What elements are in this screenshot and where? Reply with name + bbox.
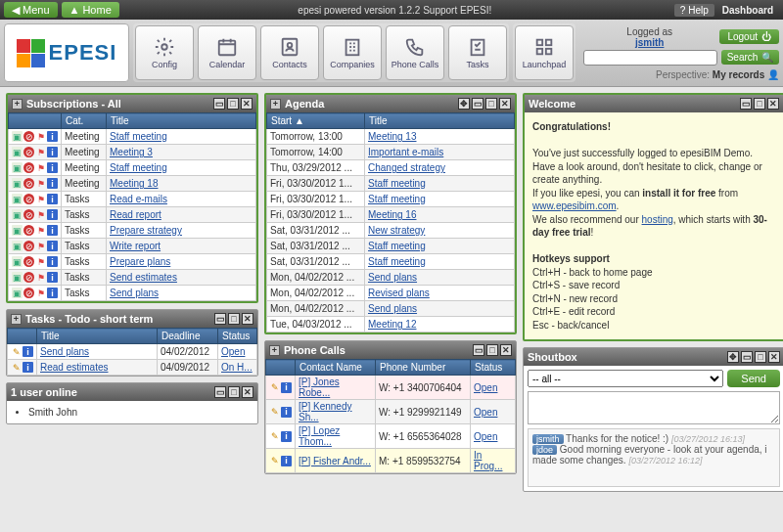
shout-textarea[interactable]: [528, 391, 780, 424]
info-icon[interactable]: i: [47, 178, 58, 189]
close-icon[interactable]: ✕: [242, 386, 253, 398]
info-icon[interactable]: i: [281, 431, 292, 442]
table-row[interactable]: Tomorrow, 13:00Meeting 13: [267, 129, 515, 145]
send-button[interactable]: Send: [727, 370, 780, 387]
flag-icon[interactable]: ⚑: [35, 147, 46, 157]
table-row[interactable]: Fri, 03/30/2012 1...Staff meeting: [267, 176, 515, 192]
expand-icon[interactable]: +: [270, 99, 281, 110]
table-row[interactable]: ▣⊘⚑iMeetingStaff meeting: [9, 129, 256, 145]
tool-calendar[interactable]: Calendar: [198, 25, 256, 80]
info-icon[interactable]: i: [47, 241, 58, 251]
minimize-icon[interactable]: ▭: [472, 98, 484, 110]
info-icon[interactable]: i: [47, 194, 58, 204]
close-icon[interactable]: ✕: [767, 98, 779, 110]
flag-icon[interactable]: ⚑: [35, 209, 46, 220]
table-row[interactable]: ▣⊘⚑iMeetingStaff meeting: [9, 160, 256, 176]
info-icon[interactable]: i: [47, 225, 58, 236]
close-icon[interactable]: ✕: [500, 344, 512, 356]
flag-icon[interactable]: ⚑: [35, 162, 46, 173]
shout-recipient-select[interactable]: -- all --: [528, 370, 723, 387]
edit-icon[interactable]: ✎: [269, 456, 280, 466]
info-icon[interactable]: i: [47, 162, 58, 173]
table-row[interactable]: Sat, 03/31/2012 ...Staff meeting: [267, 254, 515, 270]
tool-companies[interactable]: Companies: [323, 25, 382, 80]
table-row[interactable]: ✎i[P] Fisher Andr...M: +1 8599532754In P…: [266, 449, 516, 473]
flag-icon[interactable]: ⚑: [35, 256, 46, 267]
table-row[interactable]: ▣⊘⚑iTasksRead report: [9, 207, 256, 223]
tool-contacts[interactable]: Contacts: [260, 25, 319, 80]
delete-icon[interactable]: ⊘: [23, 241, 34, 251]
expand-icon[interactable]: +: [269, 345, 280, 356]
maximize-icon[interactable]: □: [485, 98, 497, 110]
table-row[interactable]: Mon, 04/02/2012 ...Send plans: [267, 270, 515, 286]
edit-icon[interactable]: ✎: [11, 346, 22, 357]
search-input[interactable]: [583, 50, 717, 66]
flag-icon[interactable]: ⚑: [35, 288, 46, 298]
minimize-icon[interactable]: ▭: [740, 98, 752, 110]
tool-launchpad[interactable]: Launchpad: [515, 25, 574, 80]
table-row[interactable]: ▣⊘⚑iTasksSend plans: [9, 286, 256, 301]
edit-icon[interactable]: ✎: [269, 407, 280, 418]
close-icon[interactable]: ✕: [241, 98, 253, 110]
info-icon[interactable]: i: [281, 407, 292, 418]
table-row[interactable]: ✎i[P] Kennedy Sh...W: +1 9299921149Open: [266, 400, 516, 424]
info-icon[interactable]: i: [47, 256, 58, 267]
view-icon[interactable]: ▣: [12, 225, 23, 236]
delete-icon[interactable]: ⊘: [23, 178, 34, 189]
view-icon[interactable]: ▣: [12, 288, 23, 298]
tool-phonecalls[interactable]: Phone Calls: [386, 25, 444, 80]
edit-icon[interactable]: ✎: [269, 431, 280, 442]
tool-config[interactable]: Config: [135, 25, 194, 80]
table-row[interactable]: ▣⊘⚑iMeetingMeeting 3: [9, 145, 256, 160]
flag-icon[interactable]: ⚑: [35, 241, 46, 251]
close-icon[interactable]: ✕: [242, 313, 253, 325]
table-row[interactable]: ▣⊘⚑iTasksSend estimates: [9, 270, 256, 286]
logout-button[interactable]: Logout ⏻: [719, 29, 779, 44]
minimize-icon[interactable]: ▭: [214, 313, 226, 325]
maximize-icon[interactable]: □: [486, 344, 498, 356]
minimize-icon[interactable]: ▭: [741, 351, 753, 363]
table-row[interactable]: Tomorrow, 14:00Important e-mails: [267, 145, 515, 160]
delete-icon[interactable]: ⊘: [23, 209, 34, 220]
flag-icon[interactable]: ⚑: [35, 225, 46, 236]
table-row[interactable]: Mon, 04/02/2012 ...Send plans: [267, 301, 515, 317]
info-icon[interactable]: i: [47, 288, 58, 298]
delete-icon[interactable]: ⊘: [23, 162, 34, 173]
delete-icon[interactable]: ⊘: [23, 288, 34, 298]
maximize-icon[interactable]: □: [228, 386, 240, 398]
welcome-link-1[interactable]: www.epesibim.com: [532, 200, 617, 211]
search-button[interactable]: Search 🔍: [721, 50, 779, 65]
info-icon[interactable]: i: [281, 456, 292, 466]
view-icon[interactable]: ▣: [12, 256, 23, 267]
help-button[interactable]: ? Help: [674, 4, 714, 17]
expand-icon[interactable]: +: [11, 314, 22, 325]
maximize-icon[interactable]: □: [754, 98, 765, 110]
delete-icon[interactable]: ⊘: [23, 272, 34, 283]
close-icon[interactable]: ✕: [768, 351, 780, 363]
view-icon[interactable]: ▣: [12, 162, 23, 173]
close-icon[interactable]: ✕: [499, 98, 511, 110]
flag-icon[interactable]: ⚑: [35, 272, 46, 283]
tool-tasks[interactable]: Tasks: [448, 25, 507, 80]
table-row[interactable]: ✎i[P] Lopez Thom...W: +1 6565364028Open: [266, 424, 516, 449]
move-icon[interactable]: ✥: [727, 351, 739, 363]
view-icon[interactable]: ▣: [12, 178, 23, 189]
table-row[interactable]: ▣⊘⚑iTasksWrite report: [9, 239, 256, 254]
table-row[interactable]: ▣⊘⚑iTasksPrepare strategy: [9, 223, 256, 239]
view-icon[interactable]: ▣: [12, 147, 23, 157]
flag-icon[interactable]: ⚑: [35, 194, 46, 204]
view-icon[interactable]: ▣: [12, 272, 23, 283]
info-icon[interactable]: i: [23, 346, 33, 357]
table-row[interactable]: ✎iSend plans04/02/2012Open: [8, 344, 257, 360]
table-row[interactable]: ✎iRead estimates04/09/2012On H...: [8, 360, 257, 376]
info-icon[interactable]: i: [281, 382, 292, 393]
menu-button[interactable]: ◀ Menu: [4, 2, 58, 18]
table-row[interactable]: ▣⊘⚑iTasksRead e-mails: [9, 192, 256, 207]
info-icon[interactable]: i: [47, 272, 58, 283]
table-row[interactable]: Sat, 03/31/2012 ...Staff meeting: [267, 239, 515, 254]
info-icon[interactable]: i: [47, 131, 58, 142]
perspective[interactable]: Perspective: My records 👤: [583, 69, 779, 80]
delete-icon[interactable]: ⊘: [23, 256, 34, 267]
table-row[interactable]: Thu, 03/29/2012 ...Changed strategy: [267, 160, 515, 176]
edit-icon[interactable]: ✎: [269, 382, 280, 393]
